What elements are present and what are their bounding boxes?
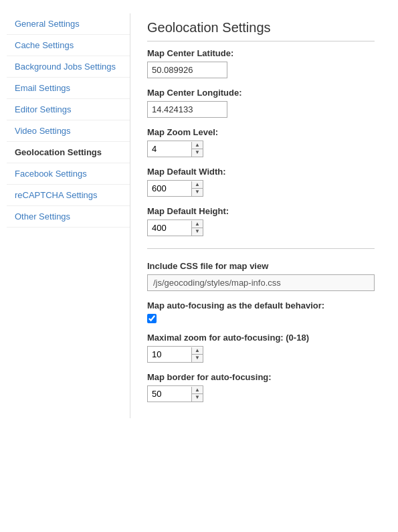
map-zoom-level-spinner: ▲ ▼ (147, 141, 203, 157)
map-center-latitude-input[interactable] (147, 62, 227, 78)
maximal-zoom-spinner: ▲ ▼ (147, 346, 203, 363)
auto-focusing-checkbox-wrapper (147, 314, 375, 323)
map-center-latitude-group: Map Center Latitude: (147, 48, 375, 78)
map-default-height-up-arrow[interactable]: ▲ (192, 221, 203, 228)
sidebar-item-cache[interactable]: Cache Settings (7, 35, 130, 56)
css-file-label: Include CSS file for map view (147, 261, 375, 271)
map-default-height-group: Map Default Height: ▲ ▼ (147, 206, 375, 236)
maximal-zoom-group: Maximal zoom for auto-focusing: (0-18) ▲… (147, 333, 375, 363)
maximal-zoom-input[interactable] (148, 347, 191, 362)
map-border-group: Map border for auto-focusing: ▲ ▼ (147, 372, 375, 402)
map-default-height-spinner: ▲ ▼ (147, 219, 203, 236)
map-border-input[interactable] (148, 386, 191, 402)
map-default-width-spinner: ▲ ▼ (147, 180, 203, 197)
sidebar-item-background-jobs[interactable]: Background Jobs Settings (7, 56, 130, 78)
map-border-up-arrow[interactable]: ▲ (192, 387, 203, 394)
auto-focusing-group: Map auto-focusing as the default behavio… (147, 300, 375, 323)
map-zoom-level-group: Map Zoom Level: ▲ ▼ (147, 127, 375, 157)
map-default-height-input[interactable] (148, 220, 191, 236)
sidebar-item-recaptcha[interactable]: reCAPTCHA Settings (7, 185, 130, 206)
css-file-input[interactable] (147, 274, 375, 291)
sidebar-item-video[interactable]: Video Settings (7, 120, 130, 142)
map-default-height-arrows: ▲ ▼ (191, 221, 203, 236)
auto-focusing-checkbox[interactable] (147, 314, 157, 323)
map-zoom-level-up-arrow[interactable]: ▲ (192, 142, 203, 149)
sidebar-item-general[interactable]: General Settings (7, 13, 130, 35)
sidebar-item-facebook[interactable]: Facebook Settings (7, 163, 130, 185)
map-default-height-label: Map Default Height: (147, 206, 375, 216)
map-center-longitude-group: Map Center Longitude: (147, 88, 375, 118)
map-center-latitude-label: Map Center Latitude: (147, 48, 375, 58)
map-default-height-down-arrow[interactable]: ▼ (192, 228, 203, 236)
map-zoom-level-arrows: ▲ ▼ (191, 142, 203, 157)
sidebar-item-other[interactable]: Other Settings (7, 206, 130, 228)
map-default-width-arrows: ▲ ▼ (191, 181, 203, 196)
map-border-down-arrow[interactable]: ▼ (192, 394, 203, 402)
sidebar-item-email[interactable]: Email Settings (7, 78, 130, 99)
map-border-label: Map border for auto-focusing: (147, 372, 375, 382)
sidebar-item-geolocation: Geolocation Settings (7, 142, 130, 163)
map-default-width-group: Map Default Width: ▲ ▼ (147, 167, 375, 197)
main-content: Geolocation Settings Map Center Latitude… (130, 13, 391, 418)
section-divider-1 (147, 248, 375, 249)
sidebar-item-editor[interactable]: Editor Settings (7, 99, 130, 120)
map-center-longitude-input[interactable] (147, 101, 227, 118)
auto-focusing-label: Map auto-focusing as the default behavio… (147, 300, 375, 311)
map-default-width-up-arrow[interactable]: ▲ (192, 181, 203, 189)
maximal-zoom-label: Maximal zoom for auto-focusing: (0-18) (147, 333, 375, 343)
css-file-group: Include CSS file for map view (147, 261, 375, 291)
map-zoom-level-down-arrow[interactable]: ▼ (192, 149, 203, 157)
map-default-width-down-arrow[interactable]: ▼ (192, 189, 203, 196)
maximal-zoom-up-arrow[interactable]: ▲ (192, 347, 203, 355)
map-zoom-level-label: Map Zoom Level: (147, 127, 375, 137)
map-default-width-label: Map Default Width: (147, 167, 375, 177)
maximal-zoom-arrows: ▲ ▼ (191, 347, 203, 362)
sidebar: General Settings Cache Settings Backgrou… (7, 13, 130, 418)
maximal-zoom-down-arrow[interactable]: ▼ (192, 355, 203, 362)
page-title: Geolocation Settings (147, 20, 375, 41)
map-zoom-level-input[interactable] (148, 141, 191, 157)
map-center-longitude-label: Map Center Longitude: (147, 88, 375, 98)
map-border-spinner: ▲ ▼ (147, 385, 203, 402)
map-border-arrows: ▲ ▼ (191, 387, 203, 402)
map-default-width-input[interactable] (148, 181, 191, 196)
